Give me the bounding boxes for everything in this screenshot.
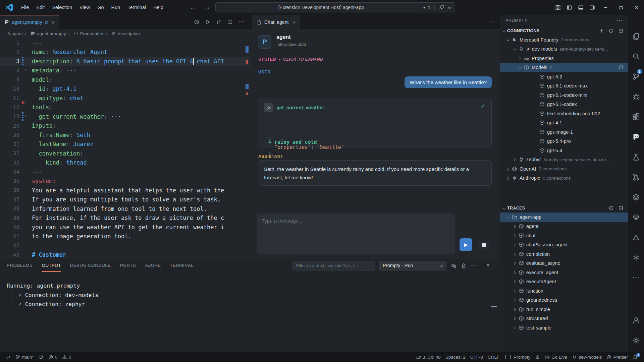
status-item[interactable]: 0 (60, 352, 74, 362)
menu-item[interactable]: Terminal (124, 0, 150, 15)
panel-tab[interactable]: TERMINAL (170, 259, 194, 272)
tree-item[interactable]: chatSession_agent (500, 240, 628, 250)
chevron-right-icon[interactable] (512, 279, 518, 284)
split-editor-icon[interactable] (227, 19, 233, 25)
code-line[interactable]: 10 id: gpt-4.1 (0, 84, 250, 94)
status-item[interactable] (533, 352, 542, 362)
output-channel-select[interactable]: Prompty · Run (379, 261, 446, 270)
code-line[interactable]: 2 name: Researcher Agent (0, 48, 250, 57)
click-to-expand-label[interactable]: CLICK TO EXPAND (283, 57, 323, 62)
activity-item[interactable] (628, 330, 644, 350)
activity-item[interactable] (628, 207, 644, 227)
activity-item[interactable] (628, 46, 644, 66)
code-line[interactable]: 36 You are a helpful assistant that help… (0, 186, 250, 195)
status-item[interactable] (36, 352, 46, 362)
breadcrumb-item[interactable]: description (104, 31, 140, 36)
chevron-down-icon[interactable] (448, 6, 451, 9)
chevron-right-icon[interactable] (512, 242, 518, 247)
chat-input[interactable] (257, 214, 455, 254)
code-line[interactable]: 39 For instance, if the user ask to draw… (0, 214, 250, 223)
tree-item[interactable]: completion (500, 249, 628, 259)
code-line[interactable]: 30 firstName: Seth (0, 130, 250, 140)
chevron-right-icon[interactable] (512, 270, 518, 275)
fold-chevron-icon[interactable]: › (24, 113, 27, 118)
code-line[interactable]: 11 apiType: chat (0, 94, 250, 103)
more-actions-icon[interactable]: ⋯ (471, 262, 477, 269)
tab-chat-agent[interactable]: Chat: agent × (252, 15, 300, 29)
fold-chevron-icon[interactable]: › (24, 67, 27, 72)
tree-item[interactable]: gpt-4.1 (500, 118, 628, 128)
command-center[interactable]: [Extension Development Host] agent-app ●… (215, 2, 455, 12)
refresh-icon[interactable] (608, 205, 614, 211)
status-item[interactable]: Prettier (604, 352, 630, 362)
tab-close-icon[interactable]: × (52, 19, 55, 25)
menu-item[interactable]: File (17, 0, 33, 15)
menu-item[interactable]: View (76, 0, 94, 15)
menu-item[interactable]: Go (94, 0, 107, 15)
minimap-decoration[interactable] (246, 60, 248, 64)
status-item[interactable]: 0 (46, 352, 60, 362)
chevron-right-icon[interactable] (512, 307, 518, 312)
output-filter-input[interactable] (292, 261, 375, 270)
minimap-decoration[interactable] (246, 46, 249, 53)
customize-layout-icon[interactable] (552, 0, 564, 15)
tree-item[interactable]: OpenAI 0 connections (500, 164, 628, 174)
tree-item[interactable]: execute_agent (500, 268, 628, 277)
chevron-right-icon[interactable] (512, 157, 518, 162)
activity-item[interactable] (628, 26, 644, 46)
tree-item[interactable]: Microsoft Foundry 2 connections (500, 35, 628, 45)
tree-item[interactable]: agent-app (500, 213, 628, 222)
chevron-right-icon[interactable] (505, 175, 511, 181)
more-actions-icon[interactable]: ⋯ (616, 17, 623, 24)
add-connection-icon[interactable] (599, 28, 604, 34)
code-line[interactable]: 1 --- (0, 38, 250, 48)
scrollbar-thumb[interactable] (491, 306, 497, 307)
code-line[interactable]: 40 you can use the weather API to get th… (0, 223, 250, 232)
tab-agent-prompty[interactable]: agent.prompty M × (0, 15, 59, 29)
code-line[interactable]: 33 kind: thread (0, 158, 250, 168)
chevron-right-icon[interactable] (512, 316, 518, 321)
menu-item[interactable]: Help (150, 0, 167, 15)
status-item[interactable]: UTF-8 (468, 352, 485, 362)
stop-button[interactable] (478, 241, 490, 249)
code-line[interactable]: 34 --- (0, 167, 250, 177)
panel-close-icon[interactable]: × (486, 262, 490, 269)
tree-item[interactable]: structured (500, 314, 628, 323)
copilot-icon[interactable] (439, 0, 445, 15)
run-prompt-icon[interactable] (205, 19, 211, 25)
status-item[interactable] (3, 352, 13, 362)
panel-tab[interactable]: OUTPUT (42, 259, 61, 272)
tree-item[interactable]: gpt-5.1-codex (500, 100, 628, 109)
activity-item[interactable] (628, 227, 644, 247)
tree-item[interactable]: executeAgent (500, 277, 628, 287)
window-minimize-button[interactable] (598, 0, 613, 15)
code-line[interactable]: 37 If you are using multiple tools to so… (0, 195, 250, 204)
tool-call-card[interactable]: get_current_weather ✓ { "properties": "S… (258, 98, 492, 147)
code-line[interactable]: 38 information learned from one tool to … (0, 204, 250, 214)
code-line[interactable]: 42 (0, 241, 250, 250)
window-close-button[interactable] (629, 0, 644, 15)
status-item[interactable]: Spaces: 2 (443, 352, 468, 362)
tree-item[interactable]: gpt-5.1-codex-mini (500, 90, 628, 100)
lock-icon[interactable] (461, 263, 467, 268)
tree-item[interactable]: agent (500, 222, 628, 231)
refresh-icon[interactable] (608, 28, 614, 34)
tree-item[interactable]: evaluate_async (500, 259, 628, 268)
window-restore-button[interactable] (613, 0, 629, 15)
activity-item[interactable] (628, 167, 644, 187)
send-button[interactable]: ▶ (460, 238, 472, 251)
chevron-right-icon[interactable] (512, 288, 518, 294)
code-editor[interactable]: 1 --- 2 (0, 38, 250, 259)
activity-item[interactable] (628, 127, 644, 147)
panel-tab[interactable]: PORTS (120, 259, 136, 272)
menu-item[interactable]: Edit (33, 0, 48, 15)
tree-item[interactable]: gpt-image-1 (500, 127, 628, 137)
more-actions-icon[interactable]: ⋯ (238, 18, 245, 25)
connections-section-header[interactable]: CONNECTIONS (500, 26, 628, 35)
more-actions-icon[interactable]: ⋯ (488, 18, 494, 25)
tree-item[interactable]: function (500, 286, 628, 296)
code-line[interactable]: 9 model: (0, 75, 250, 84)
nav-back-icon[interactable]: ← (190, 4, 196, 11)
code-line[interactable]: 35 system: (0, 177, 250, 186)
chevron-right-icon[interactable] (505, 166, 511, 172)
